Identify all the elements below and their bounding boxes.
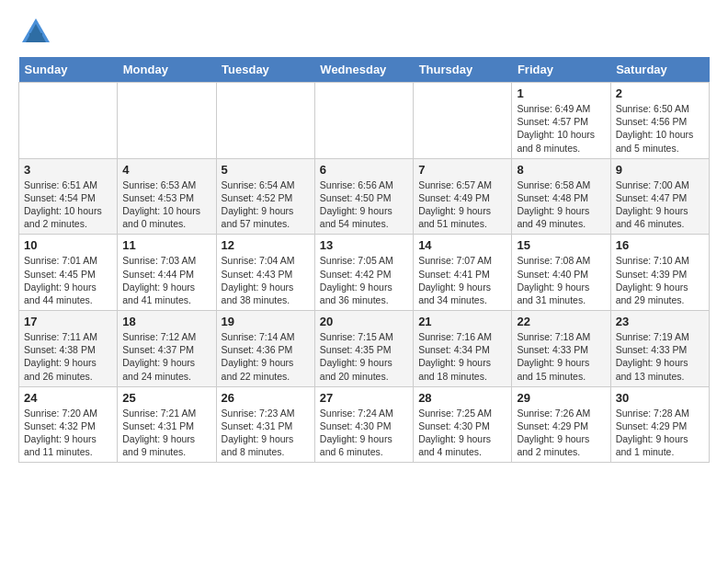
day-number: 10 xyxy=(24,238,112,252)
calendar-cell: 4Sunrise: 6:53 AM Sunset: 4:53 PM Daylig… xyxy=(118,158,216,235)
day-info: Sunrise: 7:21 AM Sunset: 4:31 PM Dayligh… xyxy=(122,407,210,459)
day-number: 1 xyxy=(517,86,605,100)
calendar-week-5: 24Sunrise: 7:20 AM Sunset: 4:32 PM Dayli… xyxy=(19,386,710,463)
day-number: 19 xyxy=(222,315,310,328)
calendar-table: SundayMondayTuesdayWednesdayThursdayFrid… xyxy=(18,57,710,463)
day-info: Sunrise: 6:51 AM Sunset: 4:54 PM Dayligh… xyxy=(24,178,112,231)
day-number: 27 xyxy=(320,391,408,405)
calendar-cell: 26Sunrise: 7:23 AM Sunset: 4:31 PM Dayli… xyxy=(216,386,314,463)
calendar-cell: 30Sunrise: 7:28 AM Sunset: 4:29 PM Dayli… xyxy=(610,386,709,463)
day-number: 7 xyxy=(418,163,506,177)
calendar-week-1: 1Sunrise: 6:49 AM Sunset: 4:57 PM Daylig… xyxy=(19,83,710,159)
day-info: Sunrise: 7:07 AM Sunset: 4:41 PM Dayligh… xyxy=(418,254,506,306)
calendar-cell: 14Sunrise: 7:07 AM Sunset: 4:41 PM Dayli… xyxy=(414,235,512,311)
day-number: 5 xyxy=(222,163,310,177)
day-number: 30 xyxy=(616,391,704,405)
day-number: 28 xyxy=(418,391,506,405)
day-number: 9 xyxy=(616,163,704,177)
day-number: 15 xyxy=(517,238,605,252)
calendar-cell: 9Sunrise: 7:00 AM Sunset: 4:47 PM Daylig… xyxy=(610,158,709,235)
day-number: 22 xyxy=(517,315,605,328)
day-number: 23 xyxy=(616,315,704,328)
day-info: Sunrise: 7:04 AM Sunset: 4:43 PM Dayligh… xyxy=(222,254,310,306)
calendar-cell xyxy=(314,83,413,159)
day-info: Sunrise: 7:12 AM Sunset: 4:37 PM Dayligh… xyxy=(122,330,210,383)
day-number: 24 xyxy=(24,391,112,405)
day-number: 20 xyxy=(320,315,408,328)
calendar-cell: 28Sunrise: 7:25 AM Sunset: 4:30 PM Dayli… xyxy=(414,386,512,463)
col-header-monday: Monday xyxy=(118,57,216,83)
calendar-cell: 22Sunrise: 7:18 AM Sunset: 4:33 PM Dayli… xyxy=(512,311,610,387)
day-info: Sunrise: 7:20 AM Sunset: 4:32 PM Dayligh… xyxy=(24,407,112,459)
day-number: 25 xyxy=(122,391,210,405)
calendar-cell: 18Sunrise: 7:12 AM Sunset: 4:37 PM Dayli… xyxy=(118,311,216,387)
day-info: Sunrise: 7:03 AM Sunset: 4:44 PM Dayligh… xyxy=(122,254,210,306)
calendar-cell: 17Sunrise: 7:11 AM Sunset: 4:38 PM Dayli… xyxy=(19,311,118,387)
calendar-cell: 29Sunrise: 7:26 AM Sunset: 4:29 PM Dayli… xyxy=(512,386,610,463)
day-number: 29 xyxy=(517,391,605,405)
calendar-cell: 19Sunrise: 7:14 AM Sunset: 4:36 PM Dayli… xyxy=(216,311,314,387)
day-info: Sunrise: 7:01 AM Sunset: 4:45 PM Dayligh… xyxy=(24,254,112,306)
calendar-cell: 6Sunrise: 6:56 AM Sunset: 4:50 PM Daylig… xyxy=(314,158,413,235)
day-info: Sunrise: 6:58 AM Sunset: 4:48 PM Dayligh… xyxy=(517,178,605,231)
day-info: Sunrise: 7:26 AM Sunset: 4:29 PM Dayligh… xyxy=(517,407,605,459)
calendar-cell: 2Sunrise: 6:50 AM Sunset: 4:56 PM Daylig… xyxy=(610,83,709,159)
calendar-week-3: 10Sunrise: 7:01 AM Sunset: 4:45 PM Dayli… xyxy=(19,235,710,311)
calendar-header-row: SundayMondayTuesdayWednesdayThursdayFrid… xyxy=(19,57,710,83)
calendar-cell: 1Sunrise: 6:49 AM Sunset: 4:57 PM Daylig… xyxy=(512,83,610,159)
day-number: 26 xyxy=(222,391,310,405)
day-number: 17 xyxy=(24,315,112,328)
day-info: Sunrise: 7:15 AM Sunset: 4:35 PM Dayligh… xyxy=(320,330,408,383)
day-info: Sunrise: 7:18 AM Sunset: 4:33 PM Dayligh… xyxy=(517,330,605,383)
calendar-cell: 10Sunrise: 7:01 AM Sunset: 4:45 PM Dayli… xyxy=(19,235,118,311)
col-header-sunday: Sunday xyxy=(19,57,118,83)
calendar-body: 1Sunrise: 6:49 AM Sunset: 4:57 PM Daylig… xyxy=(19,83,710,463)
calendar-cell: 23Sunrise: 7:19 AM Sunset: 4:33 PM Dayli… xyxy=(610,311,709,387)
day-number: 16 xyxy=(616,238,704,252)
day-info: Sunrise: 7:08 AM Sunset: 4:40 PM Dayligh… xyxy=(517,254,605,306)
day-number: 4 xyxy=(122,163,210,177)
day-info: Sunrise: 6:54 AM Sunset: 4:52 PM Dayligh… xyxy=(222,178,310,231)
calendar-cell: 27Sunrise: 7:24 AM Sunset: 4:30 PM Dayli… xyxy=(314,386,413,463)
calendar-cell: 8Sunrise: 6:58 AM Sunset: 4:48 PM Daylig… xyxy=(512,158,610,235)
day-info: Sunrise: 7:00 AM Sunset: 4:47 PM Dayligh… xyxy=(616,178,704,231)
logo xyxy=(18,15,57,50)
calendar-week-4: 17Sunrise: 7:11 AM Sunset: 4:38 PM Dayli… xyxy=(19,311,710,387)
col-header-tuesday: Tuesday xyxy=(216,57,314,83)
calendar-cell xyxy=(414,83,512,159)
day-info: Sunrise: 7:16 AM Sunset: 4:34 PM Dayligh… xyxy=(418,330,506,383)
day-info: Sunrise: 7:24 AM Sunset: 4:30 PM Dayligh… xyxy=(320,407,408,459)
day-number: 18 xyxy=(122,315,210,328)
calendar-cell: 21Sunrise: 7:16 AM Sunset: 4:34 PM Dayli… xyxy=(414,311,512,387)
day-info: Sunrise: 6:53 AM Sunset: 4:53 PM Dayligh… xyxy=(122,178,210,231)
day-info: Sunrise: 7:11 AM Sunset: 4:38 PM Dayligh… xyxy=(24,330,112,383)
calendar-cell: 25Sunrise: 7:21 AM Sunset: 4:31 PM Dayli… xyxy=(118,386,216,463)
day-number: 13 xyxy=(320,238,408,252)
day-info: Sunrise: 7:14 AM Sunset: 4:36 PM Dayligh… xyxy=(222,330,310,383)
day-number: 6 xyxy=(320,163,408,177)
day-number: 8 xyxy=(517,163,605,177)
calendar-cell xyxy=(19,83,118,159)
calendar-cell xyxy=(118,83,216,159)
col-header-friday: Friday xyxy=(512,57,610,83)
day-info: Sunrise: 6:50 AM Sunset: 4:56 PM Dayligh… xyxy=(616,102,704,155)
col-header-wednesday: Wednesday xyxy=(314,57,413,83)
calendar-week-2: 3Sunrise: 6:51 AM Sunset: 4:54 PM Daylig… xyxy=(19,158,710,235)
calendar-cell: 3Sunrise: 6:51 AM Sunset: 4:54 PM Daylig… xyxy=(19,158,118,235)
day-number: 3 xyxy=(24,163,112,177)
day-number: 12 xyxy=(222,238,310,252)
day-info: Sunrise: 6:57 AM Sunset: 4:49 PM Dayligh… xyxy=(418,178,506,231)
calendar-cell: 11Sunrise: 7:03 AM Sunset: 4:44 PM Dayli… xyxy=(118,235,216,311)
day-info: Sunrise: 6:56 AM Sunset: 4:50 PM Dayligh… xyxy=(320,178,408,231)
day-info: Sunrise: 7:10 AM Sunset: 4:39 PM Dayligh… xyxy=(616,254,704,306)
day-info: Sunrise: 7:28 AM Sunset: 4:29 PM Dayligh… xyxy=(616,407,704,459)
day-number: 14 xyxy=(418,238,506,252)
day-number: 11 xyxy=(122,238,210,252)
day-info: Sunrise: 6:49 AM Sunset: 4:57 PM Dayligh… xyxy=(517,102,605,155)
calendar-cell: 16Sunrise: 7:10 AM Sunset: 4:39 PM Dayli… xyxy=(610,235,709,311)
calendar-cell: 12Sunrise: 7:04 AM Sunset: 4:43 PM Dayli… xyxy=(216,235,314,311)
col-header-thursday: Thursday xyxy=(414,57,512,83)
day-number: 2 xyxy=(616,86,704,100)
day-info: Sunrise: 7:19 AM Sunset: 4:33 PM Dayligh… xyxy=(616,330,704,383)
day-number: 21 xyxy=(418,315,506,328)
